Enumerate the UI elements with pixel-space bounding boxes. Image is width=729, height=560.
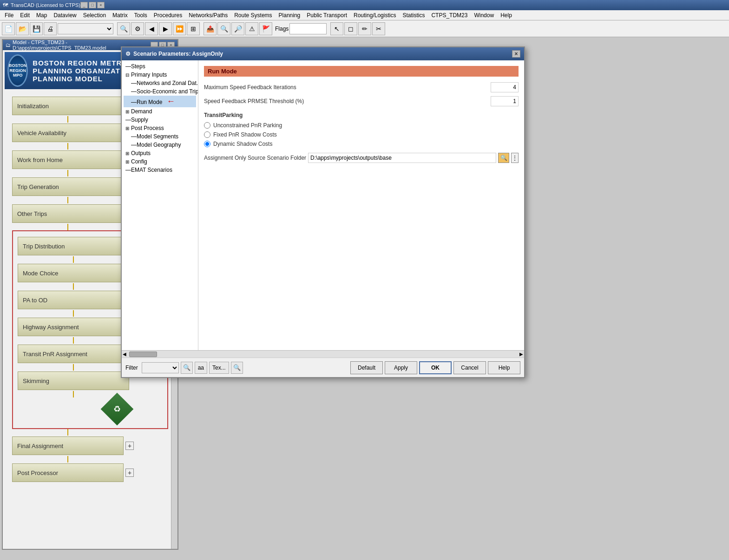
settings-button[interactable]: ⚙ — [131, 22, 144, 35]
tree-post-process[interactable]: ⊞Post Process — [124, 124, 196, 132]
other-trips-box[interactable]: Other Trips — [12, 204, 124, 223]
maximize-button[interactable]: □ — [89, 2, 96, 8]
warn-button[interactable]: ⚠ — [245, 22, 258, 35]
menu-procedures[interactable]: Procedures — [151, 11, 185, 20]
final-assignment-plus[interactable]: + — [125, 442, 134, 450]
zoom-in-button[interactable]: 🔍 — [217, 22, 230, 35]
dialog-footer: Filter 🔍 aa Tex... 🔍 Default Apply OK Ca… — [122, 358, 524, 377]
new-button[interactable]: 📄 — [2, 22, 15, 35]
cancel-button[interactable]: Cancel — [453, 361, 486, 374]
tex-button[interactable]: Tex... — [209, 362, 229, 374]
mode-choice-box[interactable]: Mode Choice — [18, 264, 129, 282]
scenario-select[interactable]: AssignOnly — [58, 23, 113, 34]
final-assignment-box[interactable]: Final Assignment — [12, 436, 124, 455]
search-zoom-button[interactable]: 🔍 — [231, 362, 243, 374]
fixed-radio[interactable] — [204, 131, 210, 138]
title-bar-text: TransCAD (Licensed to CTPS) — [11, 2, 80, 8]
dynamic-radio[interactable] — [204, 141, 210, 147]
tree-primary-inputs[interactable]: ⊟Primary Inputs — [124, 71, 196, 79]
highway-assignment-box[interactable]: Highway Assignment — [18, 318, 129, 336]
menu-selection[interactable]: Selection — [80, 11, 109, 20]
max-iterations-input[interactable] — [491, 82, 519, 92]
export-button[interactable]: 📤 — [204, 22, 217, 35]
tree-config[interactable]: ⊞Config — [124, 157, 196, 166]
dialog-close-button[interactable]: × — [512, 50, 520, 58]
tree-run-mode[interactable]: —Run Mode ← — [124, 96, 196, 107]
tree-demand[interactable]: ⊞Demand — [124, 107, 196, 116]
post-processor-box[interactable]: Post Processor — [12, 463, 124, 482]
trip-generation-box[interactable]: Trip Generation — [12, 177, 124, 196]
folder-input[interactable] — [308, 153, 496, 163]
work-from-home-box[interactable]: Work from Home — [12, 150, 124, 169]
convergence-diamond[interactable]: ♻ — [101, 393, 134, 426]
h-scroll-left[interactable]: ◀ — [122, 352, 127, 357]
menu-window[interactable]: Window — [471, 11, 497, 20]
post-processor-plus[interactable]: + — [125, 469, 134, 477]
scenario-parameters-dialog: ⚙ Scenario Parameters: AssignOnly × —Ste… — [121, 46, 525, 378]
tree-socio-economic[interactable]: —Socio-Economic and Trip... — [124, 87, 196, 96]
unconstrained-radio[interactable] — [204, 122, 210, 129]
filter-select[interactable] — [142, 362, 179, 373]
default-button[interactable]: Default — [350, 361, 383, 374]
ok-button[interactable]: OK — [419, 361, 452, 374]
menu-planning[interactable]: Planning — [276, 11, 303, 20]
grid-button[interactable]: ⊞ — [187, 22, 200, 35]
save-button[interactable]: 💾 — [30, 22, 43, 35]
aa-button[interactable]: aa — [195, 362, 207, 374]
tree-hscrollbar[interactable]: ◀ ▶ — [122, 350, 198, 358]
apply-button[interactable]: Apply — [385, 361, 417, 374]
skimming-box[interactable]: Skimming — [18, 371, 129, 390]
tree-model-segments[interactable]: —Model Segments — [124, 132, 196, 141]
eraser-button[interactable]: ✂ — [372, 22, 385, 35]
close-button[interactable]: × — [97, 2, 105, 8]
back-button[interactable]: ◀ — [145, 22, 158, 35]
folder-label: Assignment Only Source Scenario Folder — [204, 155, 306, 161]
menu-networks[interactable]: Networks/Paths — [186, 11, 230, 20]
tree-supply[interactable]: —Supply — [124, 116, 196, 124]
zoom-out-button[interactable]: 🔎 — [231, 22, 244, 35]
menu-matrix[interactable]: Matrix — [110, 11, 131, 20]
prmse-input[interactable] — [491, 96, 519, 106]
filter-label: Filter — [125, 365, 138, 371]
tree-outputs[interactable]: ⊞Outputs — [124, 149, 196, 157]
dialog-settings-icon: ⚙ — [125, 51, 131, 57]
vehicle-availability-box[interactable]: Vehicle Availability — [12, 124, 124, 142]
search-button[interactable]: 🔍 — [117, 22, 130, 35]
play-button[interactable]: ▶ — [159, 22, 172, 35]
menu-public-transport[interactable]: Public Transport — [304, 11, 350, 20]
menu-map[interactable]: Map — [33, 11, 50, 20]
tree-model-geography[interactable]: —Model Geography — [124, 141, 196, 149]
flag-button[interactable]: 🚩 — [259, 22, 272, 35]
h-scroll-thumb[interactable] — [129, 352, 157, 357]
menu-help[interactable]: Help — [498, 11, 515, 20]
folder-extra-button[interactable]: ⋮ — [511, 153, 519, 163]
minimize-button[interactable]: _ — [80, 2, 88, 8]
transit-pnr-box[interactable]: Transit PnR Assignment — [18, 345, 129, 363]
initialization-box[interactable]: Initialization — [12, 97, 124, 115]
search-filter-button[interactable]: 🔍 — [181, 362, 193, 374]
menu-dataview[interactable]: Dataview — [51, 11, 79, 20]
flow-item-post-processor: Post Processor + — [12, 463, 168, 482]
menu-routing[interactable]: Routing/Logistics — [351, 11, 399, 20]
menu-statistics[interactable]: Statistics — [400, 11, 427, 20]
menu-file[interactable]: File — [2, 11, 16, 20]
lasso-button[interactable]: ◻ — [344, 22, 357, 35]
help-button[interactable]: Help — [488, 361, 520, 374]
tree-emat[interactable]: —EMAT Scenarios — [124, 166, 196, 174]
menu-edit[interactable]: Edit — [17, 11, 33, 20]
pa-to-od-box[interactable]: PA to OD — [18, 291, 129, 309]
open-button[interactable]: 📂 — [16, 22, 29, 35]
folder-browse-button[interactable]: 🔍 — [498, 153, 509, 163]
menu-tools[interactable]: Tools — [131, 11, 150, 20]
tree-steps[interactable]: —Steps — [124, 62, 196, 71]
trip-distribution-box[interactable]: Trip Distribution — [18, 237, 129, 255]
pencil-button[interactable]: ✏ — [358, 22, 371, 35]
select-button[interactable]: ↖ — [330, 22, 343, 35]
flags-input[interactable] — [289, 23, 327, 34]
tree-networks[interactable]: —Networks and Zonal Dat... — [124, 79, 196, 87]
menu-route-systems[interactable]: Route Systems — [231, 11, 275, 20]
menu-ctps[interactable]: CTPS_TDM23 — [428, 11, 470, 20]
fast-forward-button[interactable]: ⏩ — [173, 22, 186, 35]
print-button[interactable]: 🖨 — [44, 22, 57, 35]
flow-item-final-assign: Final Assignment + — [12, 436, 168, 455]
